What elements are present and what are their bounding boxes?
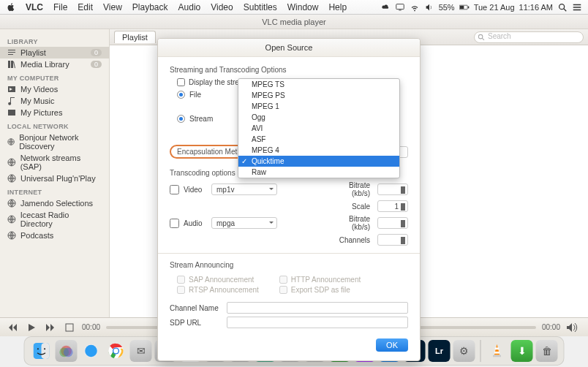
svg-rect-24 xyxy=(494,352,500,354)
sidebar-item[interactable]: Universal Plug'n'Play xyxy=(0,173,109,184)
menu-file[interactable]: File xyxy=(48,2,72,12)
audio-label: Audio xyxy=(184,219,207,227)
audio-bitrate-stepper[interactable] xyxy=(377,217,408,229)
audio-checkbox[interactable] xyxy=(170,219,179,228)
sidebar-item[interactable]: Podcasts xyxy=(0,230,109,241)
sidebar-item[interactable]: Bonjour Network Discovery xyxy=(0,132,109,152)
dock-mail[interactable]: ✉ xyxy=(130,340,152,362)
spotlight-icon[interactable] xyxy=(557,2,568,12)
menubar-time[interactable]: 11:16 AM xyxy=(519,3,553,12)
sidebar-item[interactable]: Network streams (SAP) xyxy=(0,152,109,173)
cloud-icon[interactable] xyxy=(380,2,391,12)
svg-rect-0 xyxy=(396,4,404,9)
sidebar-section: MY COMPUTER xyxy=(0,70,109,83)
video-checkbox[interactable] xyxy=(170,185,179,194)
dock-finder[interactable] xyxy=(31,340,53,362)
sdp-checkbox: Export SDP as file xyxy=(279,286,361,294)
menu-icon[interactable] xyxy=(572,2,582,12)
menubar-date[interactable]: Tue 21 Aug xyxy=(474,3,515,12)
dropdown-option[interactable]: Ogg xyxy=(238,112,399,123)
menu-help[interactable]: Help xyxy=(323,2,352,12)
battery-icon[interactable] xyxy=(459,2,470,12)
sidebar-item[interactable]: Icecast Radio Directory xyxy=(0,209,109,230)
channels-label: Channels xyxy=(331,236,373,244)
audio-bitrate-label: Bitrate (kb/s) xyxy=(331,215,373,231)
dropdown-option[interactable]: Quicktime xyxy=(238,156,399,167)
playlist-icon xyxy=(7,48,16,57)
svg-point-13 xyxy=(44,348,45,349)
svg-point-21 xyxy=(113,349,118,353)
dock-vlc[interactable] xyxy=(486,340,508,362)
dock-preferences[interactable]: ⚙ xyxy=(453,340,475,362)
sidebar-item[interactable]: Media Library0 xyxy=(0,58,109,70)
dock-trash[interactable]: 🗑 xyxy=(536,340,558,362)
stream-section-label: Streaming and Transcoding Options xyxy=(170,66,408,74)
fullscreen-button[interactable] xyxy=(63,321,76,334)
globe-icon xyxy=(7,137,15,146)
menu-edit[interactable]: Edit xyxy=(72,2,98,12)
svg-line-8 xyxy=(482,38,484,40)
wifi-icon[interactable] xyxy=(410,2,420,12)
play-button[interactable] xyxy=(25,321,38,334)
svg-rect-4 xyxy=(468,6,469,8)
menu-view[interactable]: View xyxy=(98,2,127,12)
volume-control[interactable] xyxy=(566,322,582,333)
menu-video[interactable]: Video xyxy=(206,2,238,12)
dock-chrome[interactable] xyxy=(105,340,127,362)
audio-codec-select[interactable]: mpga xyxy=(211,217,277,229)
sidebar-section: LOCAL NETWORK xyxy=(0,118,109,132)
scale-label: Scale xyxy=(331,203,373,211)
menu-window[interactable]: Window xyxy=(282,2,324,12)
app-name[interactable]: VLC xyxy=(20,2,48,12)
dropdown-option[interactable]: MPEG 1 xyxy=(238,101,399,112)
dropdown-option[interactable]: MPEG 4 xyxy=(238,145,399,156)
svg-point-18 xyxy=(85,345,97,357)
channels-stepper[interactable] xyxy=(377,234,408,246)
display-icon[interactable] xyxy=(395,2,405,12)
dropdown-option[interactable]: MPEG TS xyxy=(238,79,399,90)
dock-lightroom[interactable]: Lr xyxy=(429,340,451,362)
prev-button[interactable] xyxy=(6,321,19,334)
sidebar-item[interactable]: Playlist0 xyxy=(0,47,109,58)
encapsulation-dropdown[interactable]: MPEG TSMPEG PSMPEG 1OggAVIASFMPEG 4Quick… xyxy=(238,78,400,178)
globe-icon xyxy=(7,231,16,240)
sidebar-item[interactable]: My Pictures xyxy=(0,107,109,118)
sap-checkbox: SAP Announcement xyxy=(177,276,259,284)
video-codec-select[interactable]: mp1v xyxy=(211,184,277,195)
dock-launchpad[interactable] xyxy=(56,340,78,362)
time-remaining: 00:00 xyxy=(542,323,560,331)
svg-line-6 xyxy=(564,8,567,11)
sidebar-item[interactable]: My Music xyxy=(0,95,109,107)
video-bitrate-stepper[interactable] xyxy=(377,184,408,195)
menu-audio[interactable]: Audio xyxy=(173,2,206,12)
library-icon xyxy=(7,60,16,69)
announce-section-label: Stream Announcing xyxy=(170,261,408,269)
sdp-url-input[interactable] xyxy=(227,317,408,328)
sidebar-item[interactable]: My Videos xyxy=(0,83,109,95)
ok-button[interactable]: OK xyxy=(376,338,408,352)
dock-downloads[interactable]: ⬇ xyxy=(511,340,533,362)
tab-playlist[interactable]: Playlist xyxy=(114,31,156,43)
video-label: Video xyxy=(184,186,207,194)
menu-subtitles[interactable]: Subtitles xyxy=(238,2,282,12)
sidebar-item[interactable]: Jamendo Selections xyxy=(0,197,109,209)
next-button[interactable] xyxy=(44,321,57,334)
dropdown-option[interactable]: ASF xyxy=(238,134,399,145)
scale-stepper[interactable]: 1 xyxy=(377,200,408,212)
svg-point-5 xyxy=(559,4,565,9)
menu-playback[interactable]: Playback xyxy=(127,2,173,12)
time-elapsed: 00:00 xyxy=(82,323,100,331)
globe-icon xyxy=(7,158,16,167)
rtsp-checkbox: RTSP Announcement xyxy=(177,286,259,294)
dock-safari[interactable] xyxy=(80,340,102,362)
channel-name-input[interactable] xyxy=(227,302,408,314)
http-checkbox: HTTP Announcement xyxy=(279,276,361,284)
volume-icon[interactable] xyxy=(424,2,434,12)
channel-name-label: Channel Name xyxy=(170,304,221,312)
dropdown-option[interactable]: AVI xyxy=(238,123,399,134)
search-input[interactable]: Search xyxy=(474,31,584,43)
sidebar: LIBRARYPlaylist0Media Library0MY COMPUTE… xyxy=(0,29,110,336)
dropdown-option[interactable]: Raw xyxy=(238,167,399,178)
dropdown-option[interactable]: MPEG PS xyxy=(238,90,399,101)
apple-icon[interactable] xyxy=(6,2,16,12)
